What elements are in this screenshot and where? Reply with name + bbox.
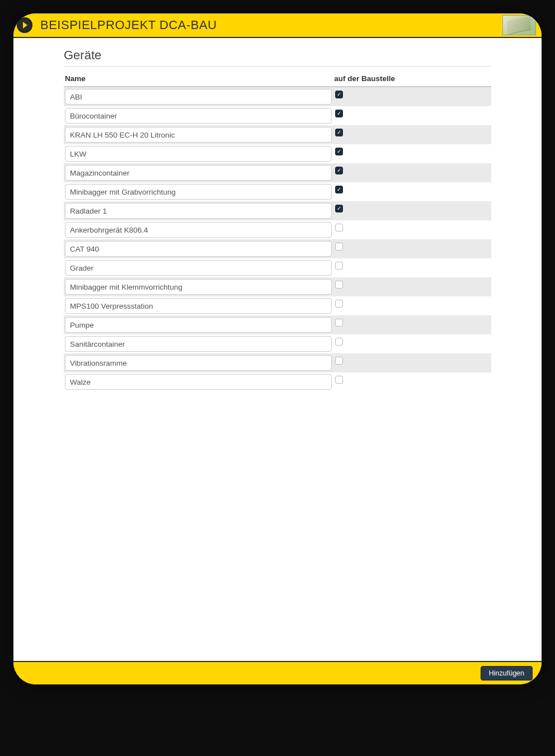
cell-name	[64, 277, 333, 296]
title-divider	[64, 66, 491, 67]
cell-name	[64, 163, 333, 182]
table-row: ✓	[64, 163, 491, 182]
device-name-input[interactable]	[65, 184, 332, 200]
check-mark-icon: ✓	[337, 111, 341, 116]
table-row: ✓	[64, 106, 491, 125]
cell-onsite: ✓	[333, 106, 491, 125]
cell-onsite	[333, 315, 491, 334]
table-row	[64, 334, 491, 353]
page-title: Geräte	[64, 48, 491, 63]
cell-name	[64, 220, 333, 239]
app-window: BEISPIELPROJEKT DCA-BAU Geräte Name auf …	[13, 13, 542, 684]
check-mark-icon: ✓	[337, 130, 341, 135]
device-name-input[interactable]	[65, 260, 332, 276]
device-name-input[interactable]	[65, 317, 332, 333]
cell-onsite	[333, 296, 491, 315]
cell-onsite	[333, 372, 491, 391]
device-name-input[interactable]	[65, 241, 332, 257]
column-header-onsite: auf der Baustelle	[333, 74, 491, 83]
onsite-checkbox[interactable]	[335, 262, 343, 270]
device-name-input[interactable]	[65, 127, 332, 143]
onsite-checkbox[interactable]	[335, 338, 343, 346]
cell-onsite	[333, 220, 491, 239]
check-mark-icon: ✓	[337, 149, 341, 154]
onsite-checkbox[interactable]	[335, 357, 343, 365]
table-row: ✓	[64, 125, 491, 144]
check-mark-icon: ✓	[337, 206, 341, 211]
device-name-input[interactable]	[65, 203, 332, 219]
cell-onsite: ✓	[333, 182, 491, 201]
table-row	[64, 277, 491, 296]
onsite-checkbox[interactable]	[335, 300, 343, 308]
table-row	[64, 372, 491, 391]
logo-icon	[13, 13, 36, 37]
content-area: Geräte Name auf der Baustelle ✓✓✓✓✓✓✓	[13, 38, 542, 661]
device-name-input[interactable]	[65, 336, 332, 352]
table-row: ✓	[64, 144, 491, 163]
project-thumbnail[interactable]	[502, 15, 536, 35]
device-name-input[interactable]	[65, 89, 332, 105]
table-row: ✓	[64, 201, 491, 220]
onsite-checkbox[interactable]: ✓	[335, 91, 343, 98]
onsite-checkbox[interactable]: ✓	[335, 167, 343, 174]
device-name-input[interactable]	[65, 355, 332, 371]
cell-name	[64, 258, 333, 277]
cell-onsite	[333, 334, 491, 353]
onsite-checkbox[interactable]	[335, 224, 343, 231]
cell-name	[64, 239, 333, 258]
cell-name	[64, 296, 333, 315]
table-row	[64, 239, 491, 258]
onsite-checkbox[interactable]: ✓	[335, 110, 343, 117]
check-mark-icon: ✓	[337, 168, 341, 173]
cell-onsite: ✓	[333, 125, 491, 144]
cell-onsite: ✓	[333, 163, 491, 182]
header: BEISPIELPROJEKT DCA-BAU	[13, 13, 542, 37]
cell-onsite	[333, 353, 491, 372]
onsite-checkbox[interactable]	[335, 281, 343, 289]
device-name-input[interactable]	[65, 279, 332, 295]
device-name-input[interactable]	[65, 108, 332, 124]
table-row	[64, 220, 491, 239]
add-button[interactable]: Hinzufügen	[481, 666, 533, 681]
cell-onsite	[333, 277, 491, 296]
cell-onsite	[333, 239, 491, 258]
onsite-checkbox[interactable]	[335, 319, 343, 327]
onsite-checkbox[interactable]: ✓	[335, 148, 343, 155]
table-row	[64, 315, 491, 334]
check-mark-icon: ✓	[337, 187, 341, 192]
check-mark-icon: ✓	[337, 92, 341, 97]
onsite-checkbox[interactable]: ✓	[335, 205, 343, 212]
cell-onsite: ✓	[333, 87, 491, 106]
onsite-checkbox[interactable]	[335, 243, 343, 251]
cell-name	[64, 353, 333, 372]
device-name-input[interactable]	[65, 165, 332, 181]
cell-name	[64, 182, 333, 201]
cell-name	[64, 144, 333, 163]
onsite-checkbox[interactable]: ✓	[335, 186, 343, 193]
cell-onsite: ✓	[333, 144, 491, 163]
cell-name	[64, 372, 333, 391]
column-header-name: Name	[64, 74, 333, 83]
device-name-input[interactable]	[65, 146, 332, 162]
cell-name	[64, 106, 333, 125]
cell-name	[64, 315, 333, 334]
device-name-input[interactable]	[65, 222, 332, 238]
table-row: ✓	[64, 182, 491, 201]
cell-name	[64, 334, 333, 353]
cell-onsite	[333, 258, 491, 277]
device-name-input[interactable]	[65, 374, 332, 390]
onsite-checkbox[interactable]	[335, 376, 343, 384]
table-header: Name auf der Baustelle	[64, 73, 491, 87]
devices-table: Name auf der Baustelle ✓✓✓✓✓✓✓	[64, 73, 491, 391]
footer: Hinzufügen	[13, 661, 542, 684]
table-row	[64, 353, 491, 372]
table-row	[64, 258, 491, 277]
cell-onsite: ✓	[333, 201, 491, 220]
cell-name	[64, 87, 333, 106]
cell-name	[64, 201, 333, 220]
table-row	[64, 296, 491, 315]
device-name-input[interactable]	[65, 298, 332, 314]
cell-name	[64, 125, 333, 144]
onsite-checkbox[interactable]: ✓	[335, 129, 343, 136]
table-row: ✓	[64, 87, 491, 106]
